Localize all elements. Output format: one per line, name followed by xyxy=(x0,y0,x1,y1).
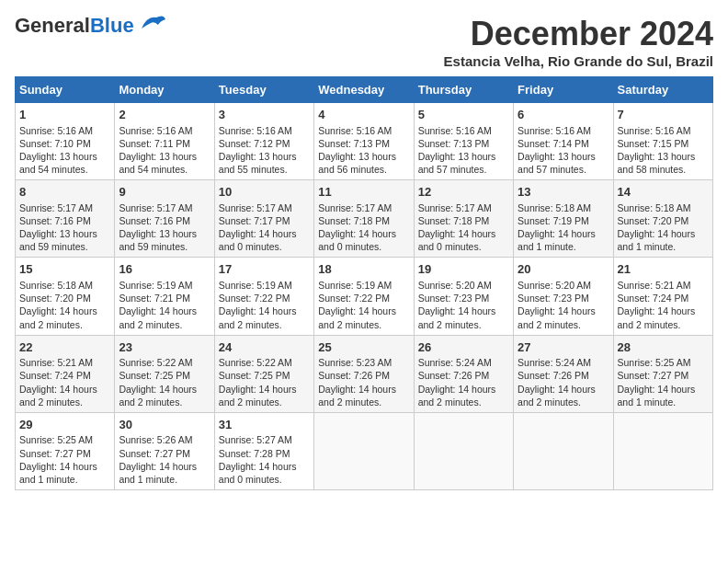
day-number: 18 xyxy=(318,261,409,278)
calendar-day-cell: 2Sunrise: 5:16 AMSunset: 7:11 PMDaylight… xyxy=(115,103,214,180)
calendar-day-cell: 11Sunrise: 5:17 AMSunset: 7:18 PMDayligh… xyxy=(314,180,414,258)
calendar-day-cell: 10Sunrise: 5:17 AMSunset: 7:17 PMDayligh… xyxy=(214,180,313,258)
day-info: Sunrise: 5:18 AMSunset: 7:20 PMDaylight:… xyxy=(618,201,709,254)
day-info: Sunrise: 5:20 AMSunset: 7:23 PMDaylight:… xyxy=(518,279,609,331)
day-info: Sunrise: 5:25 AMSunset: 7:27 PMDaylight:… xyxy=(19,433,110,486)
day-number: 13 xyxy=(518,184,609,201)
day-info: Sunrise: 5:16 AMSunset: 7:13 PMDaylight:… xyxy=(418,124,509,177)
weekday-header-thursday: Thursday xyxy=(414,77,513,103)
logo: GeneralBlue xyxy=(15,15,167,37)
day-info: Sunrise: 5:24 AMSunset: 7:26 PMDaylight:… xyxy=(418,356,509,408)
day-info: Sunrise: 5:21 AMSunset: 7:24 PMDaylight:… xyxy=(19,356,110,408)
day-number: 19 xyxy=(418,261,509,278)
logo-general: General xyxy=(15,14,90,37)
empty-cell xyxy=(314,412,414,489)
calendar-day-cell: 13Sunrise: 5:18 AMSunset: 7:19 PMDayligh… xyxy=(514,180,613,258)
calendar-week-row: 15Sunrise: 5:18 AMSunset: 7:20 PMDayligh… xyxy=(16,258,713,335)
calendar-day-cell: 7Sunrise: 5:16 AMSunset: 7:15 PMDaylight… xyxy=(613,103,712,180)
calendar-table: SundayMondayTuesdayWednesdayThursdayFrid… xyxy=(15,76,713,490)
day-number: 15 xyxy=(19,261,110,278)
day-number: 7 xyxy=(618,107,709,123)
day-number: 2 xyxy=(119,107,210,123)
calendar-day-cell: 24Sunrise: 5:22 AMSunset: 7:25 PMDayligh… xyxy=(214,335,313,412)
day-info: Sunrise: 5:16 AMSunset: 7:15 PMDaylight:… xyxy=(618,124,709,177)
day-number: 20 xyxy=(518,261,609,278)
day-info: Sunrise: 5:16 AMSunset: 7:10 PMDaylight:… xyxy=(19,124,110,177)
calendar-day-cell: 4Sunrise: 5:16 AMSunset: 7:13 PMDaylight… xyxy=(314,103,414,180)
calendar-day-cell: 3Sunrise: 5:16 AMSunset: 7:12 PMDaylight… xyxy=(214,103,313,180)
day-info: Sunrise: 5:18 AMSunset: 7:20 PMDaylight:… xyxy=(19,279,110,331)
day-info: Sunrise: 5:18 AMSunset: 7:19 PMDaylight:… xyxy=(518,201,609,254)
day-info: Sunrise: 5:17 AMSunset: 7:18 PMDaylight:… xyxy=(418,201,509,254)
day-number: 24 xyxy=(219,339,310,356)
day-info: Sunrise: 5:22 AMSunset: 7:25 PMDaylight:… xyxy=(219,356,310,408)
month-title: December 2024 xyxy=(444,15,713,53)
calendar-week-row: 29Sunrise: 5:25 AMSunset: 7:27 PMDayligh… xyxy=(16,412,713,489)
day-number: 29 xyxy=(19,417,110,433)
day-number: 26 xyxy=(418,339,509,356)
calendar-day-cell: 9Sunrise: 5:17 AMSunset: 7:16 PMDaylight… xyxy=(115,180,214,258)
calendar-day-cell: 30Sunrise: 5:26 AMSunset: 7:27 PMDayligh… xyxy=(115,412,214,489)
day-number: 23 xyxy=(119,339,210,356)
day-info: Sunrise: 5:17 AMSunset: 7:17 PMDaylight:… xyxy=(219,201,310,254)
day-info: Sunrise: 5:17 AMSunset: 7:16 PMDaylight:… xyxy=(119,201,210,254)
day-number: 14 xyxy=(618,184,709,201)
day-info: Sunrise: 5:16 AMSunset: 7:11 PMDaylight:… xyxy=(119,124,210,177)
weekday-header-saturday: Saturday xyxy=(613,77,712,103)
location-title: Estancia Velha, Rio Grande do Sul, Brazi… xyxy=(444,53,713,69)
day-number: 4 xyxy=(318,107,409,123)
day-number: 8 xyxy=(19,184,110,201)
day-number: 30 xyxy=(119,417,210,433)
calendar-day-cell: 18Sunrise: 5:19 AMSunset: 7:22 PMDayligh… xyxy=(314,258,414,335)
calendar-day-cell: 25Sunrise: 5:23 AMSunset: 7:26 PMDayligh… xyxy=(314,335,414,412)
day-number: 25 xyxy=(318,339,409,356)
calendar-week-row: 22Sunrise: 5:21 AMSunset: 7:24 PMDayligh… xyxy=(16,335,713,412)
weekday-header-wednesday: Wednesday xyxy=(314,77,414,103)
calendar-day-cell: 23Sunrise: 5:22 AMSunset: 7:25 PMDayligh… xyxy=(115,335,214,412)
weekday-header-friday: Friday xyxy=(514,77,613,103)
calendar-day-cell: 28Sunrise: 5:25 AMSunset: 7:27 PMDayligh… xyxy=(613,335,712,412)
title-block: December 2024 Estancia Velha, Rio Grande… xyxy=(444,15,713,69)
calendar-day-cell: 5Sunrise: 5:16 AMSunset: 7:13 PMDaylight… xyxy=(414,103,513,180)
day-info: Sunrise: 5:24 AMSunset: 7:26 PMDaylight:… xyxy=(518,356,609,408)
day-info: Sunrise: 5:21 AMSunset: 7:24 PMDaylight:… xyxy=(618,279,709,331)
calendar-week-row: 8Sunrise: 5:17 AMSunset: 7:16 PMDaylight… xyxy=(16,180,713,258)
calendar-day-cell: 14Sunrise: 5:18 AMSunset: 7:20 PMDayligh… xyxy=(613,180,712,258)
day-info: Sunrise: 5:17 AMSunset: 7:18 PMDaylight:… xyxy=(318,201,409,254)
calendar-day-cell: 8Sunrise: 5:17 AMSunset: 7:16 PMDaylight… xyxy=(16,180,115,258)
calendar-day-cell: 17Sunrise: 5:19 AMSunset: 7:22 PMDayligh… xyxy=(214,258,313,335)
calendar-day-cell: 29Sunrise: 5:25 AMSunset: 7:27 PMDayligh… xyxy=(16,412,115,489)
day-number: 21 xyxy=(618,261,709,278)
calendar-day-cell: 12Sunrise: 5:17 AMSunset: 7:18 PMDayligh… xyxy=(414,180,513,258)
logo-blue: Blue xyxy=(90,14,134,37)
calendar-day-cell: 26Sunrise: 5:24 AMSunset: 7:26 PMDayligh… xyxy=(414,335,513,412)
day-number: 22 xyxy=(19,339,110,356)
day-number: 17 xyxy=(219,261,310,278)
day-number: 9 xyxy=(119,184,210,201)
calendar-day-cell: 15Sunrise: 5:18 AMSunset: 7:20 PMDayligh… xyxy=(16,258,115,335)
day-info: Sunrise: 5:17 AMSunset: 7:16 PMDaylight:… xyxy=(19,201,110,254)
day-info: Sunrise: 5:16 AMSunset: 7:12 PMDaylight:… xyxy=(219,124,310,177)
day-number: 31 xyxy=(219,417,310,433)
day-number: 10 xyxy=(219,184,310,201)
day-info: Sunrise: 5:27 AMSunset: 7:28 PMDaylight:… xyxy=(219,433,310,486)
day-number: 28 xyxy=(618,339,709,356)
day-info: Sunrise: 5:22 AMSunset: 7:25 PMDaylight:… xyxy=(119,356,210,408)
day-info: Sunrise: 5:20 AMSunset: 7:23 PMDaylight:… xyxy=(418,279,509,331)
day-info: Sunrise: 5:19 AMSunset: 7:22 PMDaylight:… xyxy=(219,279,310,331)
calendar-day-cell: 20Sunrise: 5:20 AMSunset: 7:23 PMDayligh… xyxy=(514,258,613,335)
calendar-week-row: 1Sunrise: 5:16 AMSunset: 7:10 PMDaylight… xyxy=(16,103,713,180)
calendar-day-cell: 21Sunrise: 5:21 AMSunset: 7:24 PMDayligh… xyxy=(613,258,712,335)
calendar-day-cell: 1Sunrise: 5:16 AMSunset: 7:10 PMDaylight… xyxy=(16,103,115,180)
day-info: Sunrise: 5:26 AMSunset: 7:27 PMDaylight:… xyxy=(119,433,210,486)
day-number: 16 xyxy=(119,261,210,278)
day-info: Sunrise: 5:19 AMSunset: 7:22 PMDaylight:… xyxy=(318,279,409,331)
day-info: Sunrise: 5:25 AMSunset: 7:27 PMDaylight:… xyxy=(618,356,709,408)
day-info: Sunrise: 5:23 AMSunset: 7:26 PMDaylight:… xyxy=(318,356,409,408)
weekday-header-sunday: Sunday xyxy=(16,77,115,103)
calendar-day-cell: 31Sunrise: 5:27 AMSunset: 7:28 PMDayligh… xyxy=(214,412,313,489)
day-number: 5 xyxy=(418,107,509,123)
empty-cell xyxy=(613,412,712,489)
weekday-header-monday: Monday xyxy=(115,77,214,103)
calendar-day-cell: 22Sunrise: 5:21 AMSunset: 7:24 PMDayligh… xyxy=(16,335,115,412)
